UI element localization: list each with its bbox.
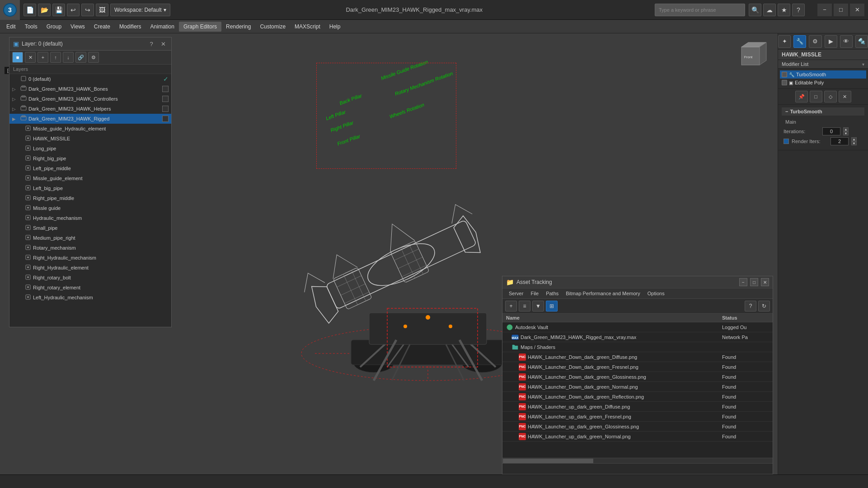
workspace-selector[interactable]: Workspace: Default ▾	[110, 4, 170, 16]
pin-modifier-btn[interactable]: 📌	[795, 91, 808, 102]
layer-item-left_big_pipe[interactable]: Left_big_pipe	[9, 183, 171, 193]
show-end-result-btn[interactable]: □	[810, 91, 822, 102]
modifier-vis-editable-poly[interactable]	[782, 80, 787, 85]
layer-vis-rigged[interactable]	[162, 116, 169, 122]
remove-modifier-btn[interactable]: ✕	[839, 91, 851, 102]
ts-render-iters-spinner[interactable]: ▲ ▼	[851, 137, 857, 145]
layer-item-right_pipe_middle[interactable]: Right_pipe_middle	[9, 193, 171, 203]
layer-list[interactable]: 0 (default)✓▷Dark_Green_MIM23_HAWK_Bones…	[9, 74, 171, 327]
at-minimize-btn[interactable]: −	[739, 278, 747, 286]
layer-item-rigged[interactable]: ▶Dark_Green_MIM23_HAWK_Rigged	[9, 114, 171, 124]
ts-render-spin-up[interactable]: ▲	[851, 137, 857, 141]
layer-item-right_rotary_bolt[interactable]: Right_rotary_bolt	[9, 273, 171, 283]
at-filter-btn[interactable]: ▼	[532, 301, 544, 311]
layer-vis-controllers[interactable]	[162, 96, 169, 102]
layer-item-missle_guide_element[interactable]: Missle_guide_element	[9, 173, 171, 183]
at-add-btn[interactable]: +	[505, 301, 517, 311]
menu-item-help[interactable]: Help	[325, 22, 345, 32]
menu-item-customize[interactable]: Customize	[255, 22, 290, 32]
at-scrollbar[interactable]	[502, 458, 773, 463]
layer-item-left_pipe_middle[interactable]: Left_pipe_middle	[9, 163, 171, 173]
undo-btn[interactable]: ↩	[67, 4, 80, 16]
layer-close-btn[interactable]: ✕	[159, 39, 168, 48]
at-menu-file[interactable]: File	[527, 289, 542, 297]
at-refresh-btn[interactable]: ↻	[758, 301, 770, 311]
menu-item-create[interactable]: Create	[89, 22, 115, 32]
at-row-hawklauncherupdarkgr[interactable]: PNCHAWK_Launcher_up_dark_green_Glossines…	[502, 422, 773, 432]
at-row-hawklauncherdowndark[interactable]: PNCHAWK_Launcher_Down_dark_green_Fresnel…	[502, 362, 773, 372]
layer-item-default[interactable]: 0 (default)✓	[9, 74, 171, 84]
search-icon[interactable]: 🔍	[749, 4, 761, 16]
modifier-list-header[interactable]: Modifier List ▾	[778, 60, 868, 69]
at-row-hawklauncherdowndark[interactable]: PNCHAWK_Launcher_Down_dark_green_Normal.…	[502, 382, 773, 392]
at-list-btn[interactable]: ≡	[519, 301, 530, 311]
help-icon[interactable]: ?	[792, 4, 805, 16]
maximize-btn[interactable]: □	[834, 4, 848, 16]
modify-btn[interactable]: 🔧	[793, 35, 806, 48]
menu-item-animation[interactable]: Animation	[146, 22, 179, 32]
layer-item-right_hydraulic_mechanism[interactable]: Right_Hydraulic_mechanism	[9, 253, 171, 263]
menu-item-views[interactable]: Views	[66, 22, 89, 32]
menu-item-modifiers[interactable]: Modifiers	[115, 22, 146, 32]
ts-spin-up[interactable]: ▲	[843, 127, 849, 131]
layer-item-missle_guide[interactable]: Missle guide	[9, 203, 171, 213]
at-row-hawklauncherupdarkgr[interactable]: PNCHAWK_Launcher_up_dark_green_Fresnel.p…	[502, 412, 773, 422]
layer-vis-bones[interactable]	[162, 86, 169, 92]
close-btn[interactable]: ✕	[850, 4, 864, 16]
layer-unlink-btn[interactable]: ⚙	[88, 52, 99, 63]
layer-item-small_pipe[interactable]: Small_pipe	[9, 223, 171, 233]
at-menu-options[interactable]: Options	[644, 289, 668, 297]
at-row-hawklauncherupdarkgr[interactable]: PNCHAWK_Launcher_up_dark_green_Normal.pn…	[502, 432, 773, 442]
at-row-hawklauncherdowndark[interactable]: PNCHAWK_Launcher_Down_dark_green_Diffuse…	[502, 352, 773, 362]
modifier-vis-turbosmooth[interactable]	[782, 72, 787, 77]
make-unique-btn[interactable]: ◇	[824, 91, 837, 102]
star-icon[interactable]: ★	[778, 4, 790, 16]
layer-item-helpers[interactable]: ▷Dark_Green_MIM23_HAWK_Helpers	[9, 104, 171, 114]
open-btn[interactable]: 📂	[38, 4, 51, 16]
new-btn[interactable]: 📄	[23, 4, 36, 16]
search-box[interactable]: Type a keyword or phrase	[655, 4, 745, 16]
at-table-btn[interactable]: ⊞	[546, 301, 558, 311]
at-close-btn[interactable]: ✕	[761, 278, 769, 286]
menu-item-rendering[interactable]: Rendering	[221, 22, 255, 32]
at-row-hawklauncherdowndark[interactable]: PNCHAWK_Launcher_Down_dark_green_Reflect…	[502, 392, 773, 402]
layer-add-btn[interactable]: +	[38, 52, 48, 63]
menu-item-group[interactable]: Group	[42, 22, 66, 32]
layer-color-btn[interactable]: ■	[12, 52, 23, 63]
redo-btn[interactable]: ↪	[81, 4, 94, 16]
utilities-btn[interactable]: 🔩	[855, 35, 868, 48]
layer-item-rotary_mechanism[interactable]: Rotary_mechanism	[9, 243, 171, 253]
ts-spin-down[interactable]: ▼	[843, 131, 849, 135]
layer-link-btn[interactable]: 🔗	[75, 52, 86, 63]
cloud-icon[interactable]: ☁	[763, 4, 776, 16]
ts-minus[interactable]: −	[785, 109, 788, 114]
at-scrollbar-thumb[interactable]	[503, 459, 593, 463]
at-row-autodeskvault[interactable]: Autodesk VaultLogged Ou	[502, 322, 773, 332]
ts-render-iters-input[interactable]	[830, 137, 849, 145]
at-row-hawklauncherupdarkgr[interactable]: PNCHAWK_Launcher_up_dark_green_Diffuse.p…	[502, 402, 773, 412]
at-row-mapsshaders[interactable]: Maps / Shaders	[502, 342, 773, 352]
layer-item-medium_pipe_right[interactable]: Medium_pipe_right	[9, 233, 171, 243]
layer-item-right_hydraulic_element[interactable]: Right_Hydraulic_element	[9, 263, 171, 273]
modifier-item-editable-poly[interactable]: ▣Editable Poly	[780, 79, 866, 87]
at-menu-paths[interactable]: Paths	[542, 289, 562, 297]
create-btn[interactable]: ✦	[778, 35, 791, 48]
layer-item-controllers[interactable]: ▷Dark_Green_MIM23_HAWK_Controllers	[9, 94, 171, 104]
ts-iterations-input[interactable]	[822, 127, 840, 135]
layer-delete-btn[interactable]: ✕	[25, 52, 36, 63]
ts-render-iters-checkbox[interactable]	[784, 139, 789, 144]
ts-iterations-spinner[interactable]: ▲ ▼	[843, 127, 849, 135]
layer-item-left_hydraulic_mechanism[interactable]: Left_Hydraulic_mechanism	[9, 293, 171, 302]
layer-vis-helpers[interactable]	[162, 106, 169, 112]
layer-move-btn[interactable]: ↑	[50, 52, 61, 63]
at-menu-server[interactable]: Server	[505, 289, 527, 297]
layer-item-right_rotary_element[interactable]: Right_rotary_element	[9, 283, 171, 293]
save-btn[interactable]: 💾	[52, 4, 65, 16]
menu-item-tools[interactable]: Tools	[20, 22, 42, 32]
at-file-list[interactable]: Autodesk VaultLogged OuMAXDark_Green_MIM…	[502, 322, 773, 458]
at-row-darkgreenmim23hawkri[interactable]: MAXDark_Green_MIM23_HAWK_Rigged_max_vray…	[502, 332, 773, 342]
display-btn[interactable]: 👁	[840, 35, 853, 48]
at-maximize-btn[interactable]: □	[750, 278, 758, 286]
layer-item-missle_hydraulic[interactable]: Missle_guide_Hydraulic_element	[9, 124, 171, 134]
at-row-hawklauncherdowndark[interactable]: PNCHAWK_Launcher_Down_dark_green_Glossin…	[502, 372, 773, 382]
